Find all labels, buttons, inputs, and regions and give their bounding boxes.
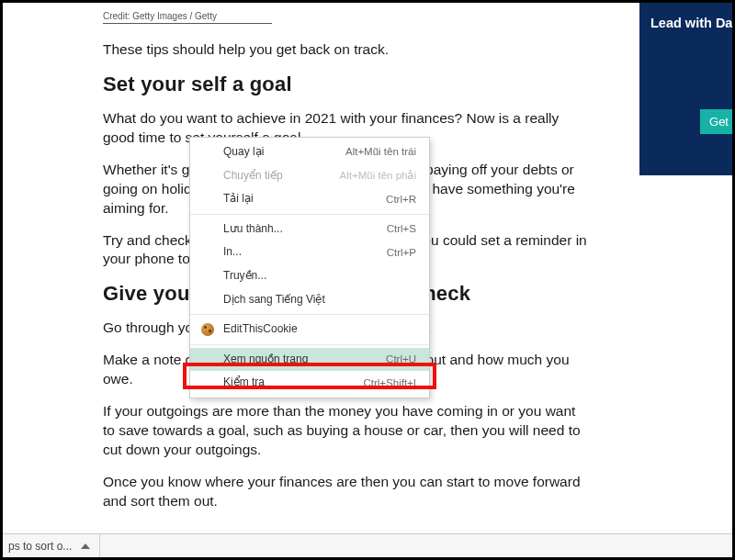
- menu-label: Kiểm tra: [223, 375, 265, 390]
- menu-view-source[interactable]: Xem nguồn trang Ctrl+U: [190, 348, 429, 372]
- menu-back[interactable]: Quay lại Alt+Mũi tên trái: [190, 140, 429, 164]
- menu-separator: [190, 344, 429, 345]
- menu-label: Dịch sang Tiếng Việt: [223, 293, 325, 308]
- menu-shortcut: Ctrl+S: [387, 222, 416, 236]
- cookie-icon: [201, 323, 214, 336]
- menu-separator: [190, 314, 429, 315]
- download-filename: ps to sort o...: [8, 540, 72, 553]
- chevron-up-icon[interactable]: [81, 543, 90, 549]
- paragraph: These tips should help you get back on t…: [103, 40, 590, 60]
- menu-shortcut: Ctrl+R: [386, 193, 416, 207]
- menu-print[interactable]: In... Ctrl+P: [190, 241, 429, 264]
- heading: Set your self a goal: [103, 73, 590, 96]
- download-item[interactable]: ps to sort o...: [3, 534, 100, 557]
- menu-shortcut: Alt+Mũi tên phải: [340, 169, 416, 183]
- context-menu[interactable]: Quay lại Alt+Mũi tên trái Chuyển tiếp Al…: [189, 137, 430, 398]
- menu-label: Chuyển tiếp: [223, 169, 283, 184]
- menu-label: EditThisCookie: [223, 322, 298, 337]
- image-credit: Credit: Getty Images / Getty: [103, 11, 272, 24]
- paragraph: Once you know where your finances are th…: [103, 473, 590, 511]
- menu-label: Truyền...: [223, 269, 266, 284]
- menu-forward: Chuyển tiếp Alt+Mũi tên phải: [190, 164, 429, 188]
- menu-inspect[interactable]: Kiểm tra Ctrl+Shift+I: [190, 371, 429, 395]
- paragraph: If your outgoings are more than the mone…: [103, 402, 590, 460]
- menu-label: Xem nguồn trang: [223, 353, 308, 367]
- menu-reload[interactable]: Tải lại Ctrl+R: [190, 187, 429, 211]
- sidebar-ad[interactable]: Lead with Data Get: [639, 3, 735, 175]
- menu-label: In...: [223, 245, 242, 260]
- menu-shortcut: Alt+Mũi tên trái: [345, 145, 416, 159]
- menu-label: Quay lại: [223, 145, 264, 160]
- menu-shortcut: Ctrl+U: [386, 353, 416, 366]
- ad-title: Lead with Data: [639, 3, 735, 30]
- menu-shortcut: Ctrl+Shift+I: [363, 376, 416, 390]
- menu-label: Lưu thành...: [223, 222, 283, 237]
- menu-label: Tải lại: [223, 192, 254, 207]
- menu-save-as[interactable]: Lưu thành... Ctrl+S: [190, 218, 429, 241]
- menu-editthiscookie[interactable]: EditThisCookie: [190, 318, 429, 342]
- menu-translate[interactable]: Dịch sang Tiếng Việt: [190, 288, 429, 312]
- menu-separator: [190, 214, 429, 215]
- menu-shortcut: Ctrl+P: [387, 246, 416, 260]
- menu-cast[interactable]: Truyền...: [190, 264, 429, 288]
- download-bar: ps to sort o...: [3, 533, 732, 557]
- ad-cta-button[interactable]: Get: [700, 109, 735, 134]
